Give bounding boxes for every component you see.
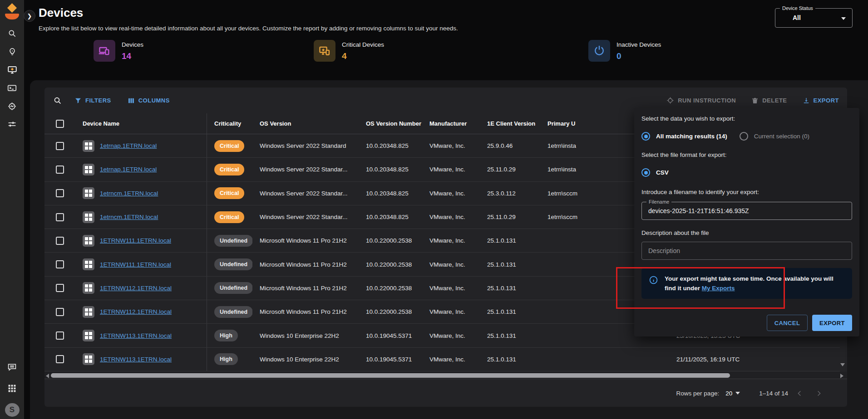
terminal-icon[interactable] — [0, 80, 24, 96]
description-input[interactable] — [642, 242, 852, 259]
device-link[interactable]: 1ETRNW111.1ETRN.local — [100, 261, 171, 268]
criticality-badge: Undefined — [214, 235, 252, 247]
row-checkbox[interactable] — [56, 213, 64, 221]
row-checkbox-cell — [44, 324, 75, 347]
device-link[interactable]: 1etrnap.1ETRN.local — [100, 142, 157, 149]
previous-page-button[interactable] — [792, 385, 807, 401]
os-version-cell: Microsoft Windows 11 Pro 21H2 — [252, 277, 359, 300]
stat-card-critical: Critical Devices 4 — [314, 40, 384, 62]
device-link[interactable]: 1ETRNW112.1ETRN.local — [100, 285, 172, 292]
device-status-select[interactable]: Device Status All — [775, 8, 853, 28]
device-name-cell: 1ETRNW113.1ETRN.local — [75, 348, 207, 371]
app-logo-icon[interactable] — [4, 4, 20, 21]
column-header[interactable]: OS Version Number — [359, 113, 422, 134]
rows-per-page-select[interactable]: 20 — [725, 390, 740, 397]
criticality-badge: Critical — [214, 187, 244, 199]
sidebar-expand-button[interactable]: ❯ — [24, 10, 35, 22]
scroll-left-icon[interactable] — [46, 374, 49, 378]
device-link[interactable]: 1ETRNW113.1ETRN.local — [100, 332, 172, 339]
instructions-icon[interactable] — [0, 98, 24, 114]
cancel-button[interactable]: CANCEL — [767, 315, 808, 331]
client-version-cell: 25.1.0.131 — [480, 348, 540, 371]
windows-device-icon — [83, 282, 94, 294]
device-link[interactable]: 1etrnap.1ETRN.local — [100, 166, 157, 173]
windows-device-icon — [83, 330, 94, 341]
row-checkbox[interactable] — [56, 308, 64, 316]
horizontal-scrollbar[interactable] — [44, 372, 847, 379]
radio-current-selection[interactable] — [740, 132, 748, 141]
filters-button[interactable]: FILTERS — [74, 97, 111, 104]
scroll-down-icon[interactable] — [840, 363, 845, 366]
client-version-cell: 25.1.0.131 — [480, 253, 540, 276]
criticality-badge: Undefined — [214, 306, 252, 318]
column-header[interactable]: Manufacturer — [422, 113, 480, 134]
row-checkbox[interactable] — [56, 260, 64, 268]
row-checkbox[interactable] — [56, 189, 64, 197]
inactive-devices-icon — [588, 40, 610, 62]
stat-value: 14 — [122, 51, 143, 61]
download-icon — [803, 97, 810, 104]
device-link[interactable]: 1etrncm.1ETRN.local — [100, 214, 158, 220]
row-checkbox[interactable] — [56, 355, 64, 363]
header-checkbox-cell — [44, 113, 75, 134]
os-version-cell: Windows Server 2022 Standar... — [252, 158, 359, 181]
row-checkbox[interactable] — [56, 166, 64, 174]
feedback-chat-icon[interactable] — [0, 359, 24, 375]
apps-grid-icon[interactable] — [0, 380, 24, 396]
column-header[interactable]: 1E Client Version — [480, 113, 540, 134]
client-version-cell: 25.1.0.131 — [480, 300, 540, 323]
column-header[interactable]: OS Version — [252, 113, 359, 134]
chevron-right-icon — [815, 390, 822, 397]
filename-input[interactable] — [642, 202, 852, 219]
row-checkbox-cell — [44, 134, 75, 157]
column-header[interactable]: Criticality — [207, 113, 252, 134]
device-link[interactable]: 1etrncm.1ETRN.local — [100, 190, 158, 197]
os-version-number-cell: 10.0.20348.825 — [359, 205, 422, 229]
radio-all-matching-results[interactable] — [641, 132, 650, 141]
trash-icon — [751, 97, 759, 104]
sidebar-item-devices[interactable] — [0, 62, 24, 78]
row-checkbox[interactable] — [56, 237, 64, 245]
client-version-cell: 25.11.0.29 — [480, 205, 540, 229]
criticality-badge: High — [214, 353, 238, 365]
os-version-cell: Windows 10 Enterprise 22H2 — [252, 348, 359, 371]
scroll-right-icon[interactable] — [840, 374, 843, 378]
chevron-down-icon — [841, 17, 846, 20]
criticality-cell: Undefined — [207, 229, 252, 252]
os-version-number-cell: 10.0.22000.2538 — [359, 277, 422, 300]
row-checkbox[interactable] — [56, 331, 64, 340]
manufacturer-cell: VMware, Inc. — [422, 324, 480, 347]
stat-label: Devices — [122, 41, 143, 48]
avatar[interactable]: S — [0, 402, 24, 418]
device-link[interactable]: 1ETRNW113.1ETRN.local — [100, 356, 172, 363]
columns-button[interactable]: COLUMNS — [128, 97, 170, 104]
next-page-button[interactable] — [811, 385, 826, 401]
criticality-badge: Critical — [214, 164, 244, 175]
device-name-cell: 1etrncm.1ETRN.local — [75, 182, 207, 205]
row-checkbox[interactable] — [56, 142, 64, 150]
radio-csv-format[interactable] — [641, 168, 650, 177]
search-icon[interactable] — [0, 25, 24, 42]
criticality-cell: Critical — [207, 182, 252, 205]
my-exports-link[interactable]: My Exports — [702, 285, 735, 292]
device-link[interactable]: 1ETRNW111.1ETRN.local — [100, 237, 171, 244]
run-instruction-button[interactable]: RUN INSTRUCTION — [666, 97, 736, 104]
select-all-checkbox[interactable] — [56, 120, 64, 128]
manufacturer-cell: VMware, Inc. — [422, 277, 480, 300]
delete-button[interactable]: DELETE — [751, 97, 787, 104]
device-link[interactable]: 1ETRNW112.1ETRN.local — [100, 308, 172, 315]
export-info-text: Your export might take some time. Once a… — [665, 274, 845, 293]
export-button[interactable]: EXPORT — [803, 97, 839, 104]
horizontal-scroll-thumb[interactable] — [51, 373, 730, 378]
manufacturer-cell: VMware, Inc. — [422, 229, 480, 252]
device-name-cell: 1etrnap.1ETRN.local — [75, 134, 207, 157]
table-search-button[interactable] — [54, 97, 62, 105]
manufacturer-cell: VMware, Inc. — [422, 205, 480, 229]
column-header[interactable]: Device Name — [75, 113, 207, 134]
stat-label: Critical Devices — [342, 41, 384, 48]
settings-sliders-icon[interactable] — [0, 116, 24, 132]
row-checkbox-cell — [44, 229, 75, 252]
row-checkbox[interactable] — [56, 284, 64, 292]
export-confirm-button[interactable]: EXPORT — [812, 315, 852, 331]
lightbulb-icon[interactable] — [0, 44, 24, 60]
